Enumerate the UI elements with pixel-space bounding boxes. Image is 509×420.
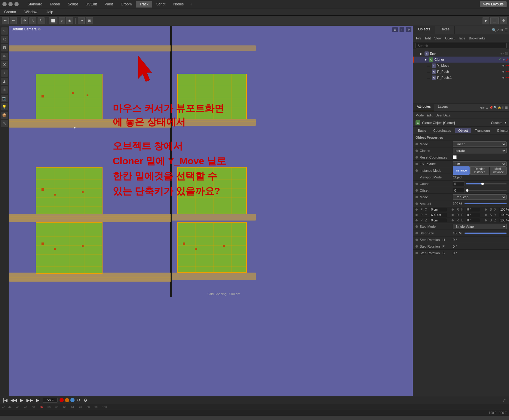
rb-input[interactable] (466, 218, 480, 222)
prop-dot-rb[interactable] (452, 219, 454, 221)
px-input[interactable] (430, 208, 447, 212)
tl-expand-btn[interactable]: ⤢ (502, 397, 507, 403)
offset-slider[interactable] (466, 190, 507, 191)
new-layouts-button[interactable]: New Layouts (480, 1, 507, 7)
prop-dot-instance-mode[interactable] (415, 169, 418, 172)
tl-key-btn[interactable] (70, 398, 75, 402)
render-btn[interactable]: ▶ (483, 17, 489, 24)
render-region[interactable]: ⬛ (490, 17, 499, 24)
rpush1-vis-icon[interactable]: 👁 (502, 76, 505, 79)
prop-dot-mode[interactable] (415, 143, 418, 145)
sidebar-icon-sculpt[interactable]: ⦿ (1, 61, 8, 68)
rotate-tool[interactable]: ↻ (38, 17, 44, 24)
sidebar-icon-texture[interactable]: 🖼 (1, 44, 8, 51)
tree-item-rpush[interactable]: — R R_Push 👁 ↪ (413, 69, 509, 75)
tab-script[interactable]: Script (153, 1, 169, 8)
tab-uvedit[interactable]: UVEdit (82, 1, 100, 8)
render-instance-btn[interactable]: Render Instance (470, 166, 489, 175)
tab-layers[interactable]: Layers (434, 104, 451, 111)
section-tab-coordinates[interactable]: Coordinates (430, 128, 454, 133)
clones-select[interactable]: Iterate (453, 148, 507, 153)
tl-next-keyframe[interactable]: ▶| (35, 397, 41, 403)
attr-nav-pin[interactable]: 📌 (489, 106, 493, 109)
tree-expand-cloner[interactable]: ▼ (424, 57, 428, 62)
count-input[interactable] (453, 181, 465, 186)
sidebar-icon-model[interactable]: ⬡ (1, 36, 8, 43)
grid-btn[interactable]: ⊞ (86, 17, 93, 24)
cloner-custom-dropdown[interactable]: ▾ (505, 121, 507, 125)
prop-dot-step-size[interactable] (415, 232, 418, 234)
tab-track[interactable]: Track (136, 1, 152, 8)
section-tab-effectors[interactable]: Effectors (494, 128, 509, 133)
obj-tags-menu[interactable]: Tags (457, 36, 466, 41)
viewport[interactable]: 마우스 커서가 뷰포트화면 에 놓은 상태에서 오브젝트 창에서 Cloner … (9, 26, 413, 396)
pz-input[interactable] (430, 218, 447, 222)
offset-input[interactable] (453, 188, 465, 193)
objects-settings-icon[interactable]: ⚙ (500, 28, 504, 32)
prop-dot-rh[interactable] (452, 208, 454, 211)
attr-nav-more[interactable]: ☰ (505, 106, 508, 109)
sidebar-icon-edit[interactable]: ✎ (1, 120, 8, 127)
prop-dot-reset-coords[interactable] (415, 156, 418, 159)
tl-play[interactable]: ▶ (20, 397, 24, 403)
cloner-check-icon[interactable]: ✓ (498, 57, 501, 62)
obj-view-menu[interactable]: View (433, 36, 443, 41)
tree-item-env[interactable]: ▶ E Env 👁 ⬛ (413, 51, 509, 57)
tab-paint[interactable]: Paint (101, 1, 116, 8)
py-input[interactable] (430, 213, 447, 217)
tl-frame-input[interactable]: 56 F (43, 398, 58, 403)
sidebar-icon-character[interactable]: ♟ (1, 78, 8, 85)
tab-model[interactable]: Model (47, 1, 64, 8)
prop-dot-py[interactable] (415, 214, 418, 216)
ymove-vis-icon[interactable]: 👁 (502, 64, 505, 67)
minimize-button[interactable] (2, 2, 7, 6)
menu-corona[interactable]: Corona (2, 9, 18, 15)
obj-edit-menu[interactable]: Edit (424, 36, 432, 41)
prop-dot-sy[interactable] (485, 214, 487, 216)
sidebar-icon-select[interactable]: ↖ (1, 27, 8, 35)
sidebar-icon-motion[interactable]: ⤸ (1, 69, 8, 77)
render-settings[interactable]: ⚙ (500, 17, 507, 24)
reset-coords-checkbox[interactable] (453, 155, 457, 159)
tab-attributes[interactable]: Attributes (413, 104, 434, 111)
sidebar-icon-dynamics[interactable]: ⚛ (1, 86, 8, 94)
tree-item-rpush1[interactable]: — R R_Push.1 👁 ↪ (413, 75, 509, 81)
sidebar-icon-paint[interactable]: ✏ (1, 53, 8, 60)
select-inverse[interactable]: ◉ (66, 17, 73, 24)
menu-window[interactable]: Window (23, 9, 39, 15)
step-size-slider[interactable] (465, 233, 507, 234)
prop-dot-amount[interactable] (415, 202, 418, 205)
section-tab-object[interactable]: Object (455, 128, 471, 133)
rpush-vis-icon[interactable]: 👁 (502, 70, 505, 73)
attr-nav-menu[interactable]: ⚙ (502, 106, 504, 109)
close-button[interactable] (14, 2, 19, 6)
obj-bookmarks-menu[interactable]: Bookmarks (468, 36, 486, 41)
prop-dot-step-rot-h[interactable] (415, 239, 418, 241)
prop-dot-rp[interactable] (452, 214, 454, 216)
sy-input[interactable] (499, 213, 509, 217)
maximize-button[interactable] (8, 2, 13, 6)
prop-dot-pz[interactable] (415, 219, 418, 221)
tl-prev-keyframe[interactable]: |◀ (2, 397, 8, 403)
tab-objects[interactable]: Objects (413, 26, 435, 34)
objects-menu-icon[interactable]: ☰ (504, 28, 508, 32)
snap-btn[interactable]: ⚯ (78, 17, 85, 24)
prop-dot-step-mode[interactable] (415, 225, 418, 228)
tl-play-forward[interactable]: ▶▶ (26, 397, 34, 403)
sidebar-icon-object[interactable]: 📦 (1, 112, 8, 119)
prop-dot-px[interactable] (415, 208, 418, 211)
attr-nav-forward[interactable]: ▶ (483, 106, 485, 109)
search-input[interactable] (415, 43, 507, 48)
attr-mode-menu[interactable]: Mode (414, 113, 425, 117)
tl-motion-btn[interactable] (65, 398, 69, 402)
attr-nav-back[interactable]: ◀ (480, 106, 482, 109)
mode2-select[interactable]: Per Step (453, 194, 507, 200)
prop-dot-offset[interactable] (415, 189, 418, 192)
prop-dot-clones[interactable] (415, 150, 418, 152)
sidebar-icon-light[interactable]: 💡 (1, 103, 8, 110)
prop-dot-count[interactable] (415, 183, 418, 185)
tab-standard[interactable]: Standard (24, 1, 46, 8)
prop-dot-sx[interactable] (485, 208, 487, 211)
menu-help[interactable]: Help (44, 9, 55, 15)
count-slider[interactable] (466, 183, 507, 184)
